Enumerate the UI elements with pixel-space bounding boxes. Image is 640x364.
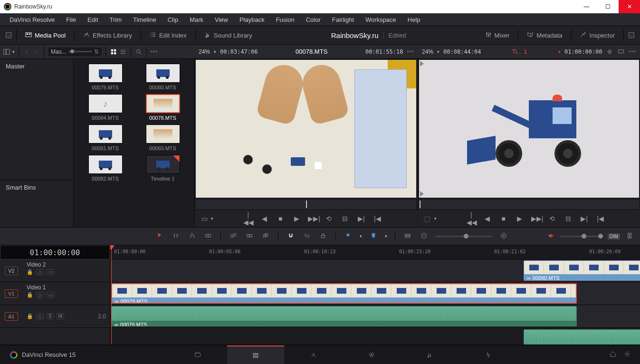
menu-mark[interactable]: Mark (184, 14, 209, 25)
timeline-timecode[interactable]: 01:00:00:00 (0, 245, 110, 259)
menu-clip[interactable]: Clip (162, 14, 184, 25)
go-next-icon[interactable]: |◀ (596, 215, 605, 222)
link-icon[interactable] (302, 232, 312, 240)
insert-clip-icon[interactable] (229, 232, 238, 240)
metadata-button[interactable]: Metadata (522, 29, 567, 42)
lock-icon[interactable]: 🔒 (27, 269, 33, 275)
layout-icon[interactable] (3, 48, 10, 56)
fairlight-page-tab[interactable] (401, 345, 458, 364)
menu-timeline[interactable]: Timeline (127, 14, 162, 25)
auto-select-icon[interactable]: ◇ (36, 292, 44, 298)
play-icon[interactable]: ▶ (292, 215, 301, 222)
grid-view-icon[interactable] (110, 48, 117, 56)
menu-color[interactable]: Color (300, 14, 326, 25)
video-track-2[interactable]: ∞00080.MTS (110, 259, 640, 282)
menu-trim[interactable]: Trim (104, 14, 128, 25)
more-icon[interactable]: ••• (151, 48, 158, 55)
nav-fwd-icon[interactable]: › (32, 48, 40, 56)
pointer-tool-icon[interactable] (155, 232, 164, 240)
media-pool-button[interactable]: Media Pool (20, 29, 70, 42)
close-button[interactable]: ✕ (619, 0, 640, 13)
mute-icon[interactable]: M (57, 313, 64, 319)
chevron-down-icon[interactable]: ▾ (214, 49, 216, 54)
fusion-page-tab[interactable] (285, 345, 342, 364)
menu-file[interactable]: File (60, 14, 82, 25)
first-frame-icon[interactable]: |◀◀ (467, 211, 476, 226)
menu-edit[interactable]: Edit (82, 14, 104, 25)
sound-library-button[interactable]: Sound Library (200, 29, 257, 42)
home-icon[interactable] (610, 351, 616, 359)
track-header-v1[interactable]: V1 Video 1 🔒◇▭ (0, 282, 110, 305)
go-prev-icon[interactable]: ▶| (580, 215, 589, 222)
frame-mode-icon[interactable]: ▭ (200, 215, 209, 222)
marker-icon[interactable] (369, 232, 378, 240)
playhead[interactable] (111, 245, 112, 345)
more-icon[interactable]: ••• (407, 48, 414, 55)
loop-icon[interactable]: ⟲ (547, 215, 557, 222)
color-icon[interactable]: ⊕ (606, 48, 613, 56)
timeline-scrubber[interactable] (419, 200, 640, 209)
effects-library-button[interactable]: Effects Library (78, 29, 137, 42)
overwrite-clip-icon[interactable] (245, 232, 254, 240)
timeline-canvas[interactable] (419, 60, 640, 198)
media-page-tab[interactable] (169, 345, 226, 364)
display-icon[interactable]: ▭ (47, 269, 55, 275)
video-track-1[interactable]: ∞00079.MTS (110, 282, 640, 305)
pool-item[interactable]: 00081.MTS (78, 125, 132, 151)
pool-item[interactable]: 00078.MTS (136, 94, 190, 121)
more-icon[interactable]: ••• (629, 48, 636, 55)
volume-slider[interactable] (560, 236, 603, 237)
zoom-out-icon[interactable] (419, 232, 429, 240)
menu-fairlight[interactable]: Fairlight (326, 14, 360, 25)
trim-tool-icon[interactable] (171, 232, 181, 240)
monitor-icon[interactable] (617, 48, 625, 56)
color-page-tab[interactable] (343, 345, 400, 364)
dropdown-icon[interactable] (5, 31, 12, 39)
display-icon[interactable]: ▭ (47, 292, 55, 298)
menu-workspace[interactable]: Workspace (360, 14, 402, 25)
go-next-icon[interactable]: |◀ (373, 215, 382, 222)
clip-a1b[interactable] (524, 329, 640, 345)
timeline-ruler[interactable]: 01:00:00:0001:00:05:0601:00:10:1301:00:1… (110, 245, 640, 259)
flag-icon[interactable] (344, 232, 353, 240)
lock-icon[interactable]: 🔒 (27, 292, 33, 298)
menu-view[interactable]: View (209, 14, 234, 25)
inspector-button[interactable]: Inspector (575, 29, 620, 42)
edit-index-button[interactable]: Edit Index (145, 29, 191, 42)
match-frame-icon[interactable]: ⊟ (340, 215, 350, 222)
timeline-view-icon[interactable] (403, 232, 412, 240)
source-scrubber[interactable] (196, 200, 416, 209)
search-icon[interactable] (135, 48, 143, 56)
prev-frame-icon[interactable]: ◀ (483, 215, 492, 222)
sort-icon[interactable]: ⇅ (94, 48, 99, 55)
clip-v1[interactable]: ∞00079.MTS (111, 283, 577, 304)
go-prev-icon[interactable]: ▶| (356, 215, 366, 222)
expand-icon[interactable] (628, 31, 635, 39)
zoom-slider[interactable] (435, 236, 492, 237)
stop-icon[interactable]: ■ (276, 215, 285, 222)
chevron-down-icon[interactable]: ▾ (558, 49, 561, 54)
clip-v2[interactable]: ∞00080.MTS (524, 260, 640, 281)
pool-item[interactable]: 00083.MTS (136, 125, 190, 151)
source-zoom[interactable]: 24% (199, 48, 210, 55)
timeline-name[interactable]: Ti... 1 (485, 48, 554, 55)
menu-playback[interactable]: Playback (234, 14, 270, 25)
loop-icon[interactable]: ⟲ (324, 215, 334, 222)
snap-icon[interactable] (286, 232, 296, 240)
play-icon[interactable]: ▶ (515, 215, 525, 222)
source-canvas[interactable] (196, 60, 416, 198)
pool-item[interactable]: 00082.MTS (78, 155, 132, 182)
audio-track-1[interactable]: ∞00079.MTS (110, 305, 640, 328)
first-frame-icon[interactable]: |◀◀ (243, 211, 253, 226)
lock-icon[interactable] (318, 232, 328, 240)
replace-clip-icon[interactable] (261, 232, 270, 240)
stop-icon[interactable]: ■ (499, 215, 508, 222)
clip-a1[interactable]: ∞00079.MTS (111, 306, 577, 326)
menu-davinci-resolve[interactable]: DaVinci Resolve (4, 14, 60, 25)
next-frame-icon[interactable]: ▶▶| (531, 215, 541, 222)
edit-page-tab[interactable] (227, 345, 284, 364)
blade-tool-icon[interactable] (187, 232, 197, 240)
match-frame-icon[interactable]: ⊟ (564, 215, 573, 222)
maximize-button[interactable]: ☐ (597, 0, 619, 13)
insert-tool-icon[interactable] (203, 232, 213, 240)
